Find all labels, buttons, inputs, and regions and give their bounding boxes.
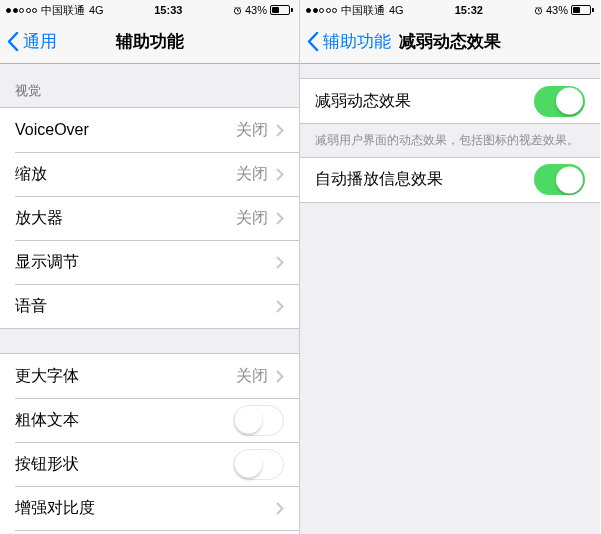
row-value: 关闭 — [236, 208, 268, 229]
back-label: 辅助功能 — [323, 30, 391, 53]
row-value: 关闭 — [236, 164, 268, 185]
toggle-reduce-motion[interactable] — [534, 86, 585, 117]
chevron-right-icon — [276, 124, 284, 137]
status-time: 15:33 — [154, 4, 182, 16]
list-autoplay: 自动播放信息效果 — [300, 157, 600, 203]
row-reduce-motion-toggle[interactable]: 减弱动态效果 — [300, 79, 600, 123]
row-label: 粗体文本 — [15, 410, 233, 431]
list-text: 更大字体 关闭 粗体文本 按钮形状 增强对比度 减弱动态效果 打开 — [0, 353, 299, 534]
row-value: 关闭 — [236, 366, 268, 387]
status-right: 43% — [534, 4, 594, 16]
row-label: 自动播放信息效果 — [315, 169, 534, 190]
alarm-icon — [534, 6, 543, 15]
row-voiceover[interactable]: VoiceOver 关闭 — [0, 108, 299, 152]
toggle-knob — [235, 451, 262, 478]
row-label: 更大字体 — [15, 366, 236, 387]
nav-bar: 辅助功能 减弱动态效果 — [300, 20, 600, 64]
chevron-left-icon — [306, 31, 319, 52]
status-left: 中国联通 4G — [6, 3, 104, 18]
row-display-accommodations[interactable]: 显示调节 — [0, 240, 299, 284]
battery-icon — [270, 5, 293, 15]
list-vision: VoiceOver 关闭 缩放 关闭 放大器 关闭 显示调节 语音 — [0, 107, 299, 329]
row-label: 增强对比度 — [15, 498, 268, 519]
status-right: 43% — [233, 4, 293, 16]
back-label: 通用 — [23, 30, 57, 53]
row-bold-text[interactable]: 粗体文本 — [0, 398, 299, 442]
row-increase-contrast[interactable]: 增强对比度 — [0, 486, 299, 530]
toggle-bold-text[interactable] — [233, 405, 284, 436]
signal-dots-icon — [306, 8, 337, 13]
chevron-right-icon — [276, 300, 284, 313]
row-label: 减弱动态效果 — [315, 91, 534, 112]
screen-reduce-motion: 中国联通 4G 15:32 43% 辅助功能 减弱动态效果 减弱动态效果 减弱用… — [300, 0, 600, 534]
row-label: VoiceOver — [15, 121, 236, 139]
nav-bar: 通用 辅助功能 — [0, 20, 299, 64]
row-reduce-motion[interactable]: 减弱动态效果 打开 — [0, 530, 299, 534]
row-button-shapes[interactable]: 按钮形状 — [0, 442, 299, 486]
row-speech[interactable]: 语音 — [0, 284, 299, 328]
row-label: 语音 — [15, 296, 268, 317]
row-value: 关闭 — [236, 120, 268, 141]
section-gap — [0, 329, 299, 353]
back-button[interactable]: 通用 — [0, 30, 57, 53]
chevron-right-icon — [276, 168, 284, 181]
section-gap — [300, 64, 600, 78]
row-label: 放大器 — [15, 208, 236, 229]
row-autoplay-message-effects[interactable]: 自动播放信息效果 — [300, 158, 600, 202]
screen-accessibility: 中国联通 4G 15:33 43% 通用 辅助功能 视觉 VoiceOver 关… — [0, 0, 300, 534]
battery-icon — [571, 5, 594, 15]
status-bar: 中国联通 4G 15:33 43% — [0, 0, 299, 20]
status-time: 15:32 — [455, 4, 483, 16]
row-label: 显示调节 — [15, 252, 268, 273]
list-reduce-motion: 减弱动态效果 — [300, 78, 600, 124]
alarm-icon — [233, 6, 242, 15]
content-scroll[interactable]: 视觉 VoiceOver 关闭 缩放 关闭 放大器 关闭 显示调节 — [0, 64, 299, 534]
network-label: 4G — [389, 4, 404, 16]
battery-percent: 43% — [245, 4, 267, 16]
chevron-right-icon — [276, 502, 284, 515]
content-scroll[interactable]: 减弱动态效果 减弱用户界面的动态效果，包括图标的视差效果。 自动播放信息效果 — [300, 64, 600, 534]
toggle-knob — [556, 88, 583, 115]
chevron-right-icon — [276, 256, 284, 269]
chevron-right-icon — [276, 370, 284, 383]
section-header-vision: 视觉 — [0, 64, 299, 107]
row-magnifier[interactable]: 放大器 关闭 — [0, 196, 299, 240]
network-label: 4G — [89, 4, 104, 16]
row-label: 按钮形状 — [15, 454, 233, 475]
status-left: 中国联通 4G — [306, 3, 404, 18]
carrier-label: 中国联通 — [341, 3, 385, 18]
battery-percent: 43% — [546, 4, 568, 16]
carrier-label: 中国联通 — [41, 3, 85, 18]
row-zoom[interactable]: 缩放 关闭 — [0, 152, 299, 196]
status-bar: 中国联通 4G 15:32 43% — [300, 0, 600, 20]
toggle-knob — [556, 166, 583, 193]
row-label: 缩放 — [15, 164, 236, 185]
section-footer: 减弱用户界面的动态效果，包括图标的视差效果。 — [300, 124, 600, 157]
signal-dots-icon — [6, 8, 37, 13]
chevron-right-icon — [276, 212, 284, 225]
row-larger-text[interactable]: 更大字体 关闭 — [0, 354, 299, 398]
toggle-autoplay-effects[interactable] — [534, 164, 585, 195]
toggle-button-shapes[interactable] — [233, 449, 284, 480]
toggle-knob — [235, 407, 262, 434]
back-button[interactable]: 辅助功能 — [300, 30, 391, 53]
chevron-left-icon — [6, 31, 19, 52]
